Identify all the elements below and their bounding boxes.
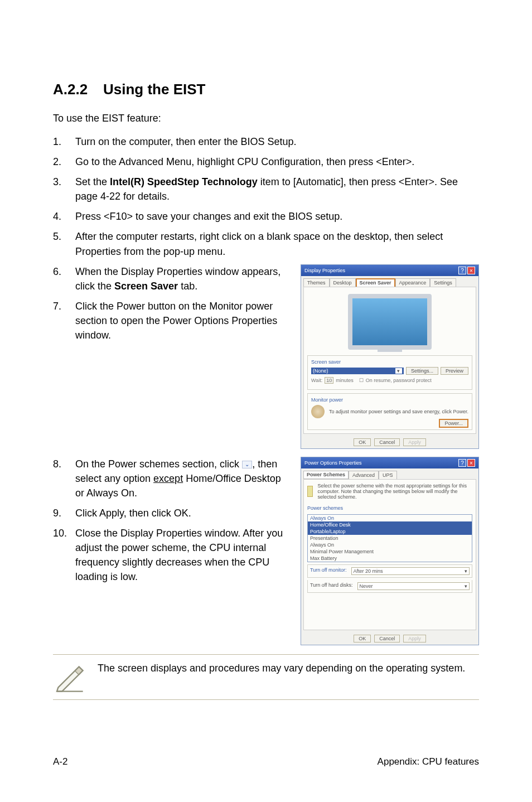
step-number: 1. <box>53 134 75 149</box>
step-number: 7. <box>53 299 75 342</box>
tab-strip: Power Schemes Advanced UPS <box>301 468 478 479</box>
scheme-option[interactable]: Presentation <box>308 535 472 542</box>
step-number: 4. <box>53 209 75 224</box>
step-text: Go to the Advanced Menu, highlight CPU C… <box>75 154 479 169</box>
note-text: The screen displays and procedures may v… <box>98 661 465 675</box>
resume-label: On resume, password protect <box>366 378 432 383</box>
help-icon[interactable]: ? <box>458 267 466 274</box>
intro-text: To use the EIST feature: <box>53 113 479 124</box>
page-number: A-2 <box>53 756 67 767</box>
group-monitor-power: Monitor power <box>311 397 468 403</box>
dialog-title: Display Properties <box>304 268 345 273</box>
wait-label: Wait: <box>311 378 322 383</box>
turn-off-monitor-select[interactable]: After 20 mins▾ <box>351 567 470 575</box>
step-text: After the computer restarts, right click… <box>75 229 479 258</box>
step-number: 2. <box>53 154 75 169</box>
tab-advanced[interactable]: Advanced <box>349 471 379 479</box>
section-title: Using the EIST <box>103 81 205 98</box>
turn-off-monitor-label: Turn off monitor: <box>310 567 347 575</box>
dialog-titlebar: Display Properties ?× <box>301 265 478 276</box>
step-number: 8. <box>53 457 75 500</box>
section-number: A.2.2 <box>53 81 103 98</box>
chevron-down-icon: ▾ <box>465 568 467 574</box>
minutes-label: minutes <box>336 378 354 383</box>
chevron-down-icon: ▾ <box>465 583 467 589</box>
step-number: 9. <box>53 506 75 520</box>
tab-appearance[interactable]: Appearance <box>395 278 431 287</box>
screensaver-select[interactable]: (None)▾ <box>311 368 404 374</box>
section-heading: A.2.2Using the EIST <box>53 81 479 98</box>
tab-settings[interactable]: Settings <box>430 278 456 287</box>
tab-screen-saver[interactable]: Screen Saver <box>356 278 395 287</box>
wait-value[interactable]: 10 <box>325 377 333 384</box>
step-text: Close the Display Properties window. Aft… <box>75 526 289 584</box>
help-icon[interactable]: ? <box>458 459 466 467</box>
apply-button[interactable]: Apply <box>403 635 426 642</box>
step-text: Press <F10> to save your changes and exi… <box>75 209 479 224</box>
turn-off-hard-disks-label: Turn off hard disks: <box>310 582 353 590</box>
ok-button[interactable]: OK <box>354 438 371 446</box>
settings-button[interactable]: Settings... <box>406 367 438 375</box>
scheme-option[interactable]: Always On <box>308 542 472 548</box>
step-number: 5. <box>53 229 75 258</box>
tab-desktop[interactable]: Desktop <box>330 278 356 287</box>
apply-button[interactable]: Apply <box>403 438 426 446</box>
preview-button[interactable]: Preview <box>441 367 468 375</box>
scheme-option[interactable]: Portable/Laptop <box>308 528 472 535</box>
group-power-schemes: Power schemes <box>307 503 472 512</box>
display-properties-dialog: Display Properties ?× Themes Desktop Scr… <box>301 264 479 449</box>
scheme-option[interactable]: Home/Office Desk <box>308 521 472 528</box>
cancel-button[interactable]: Cancel <box>374 635 400 642</box>
step-number: 3. <box>53 175 75 204</box>
tab-strip: Themes Desktop Screen Saver Appearance S… <box>301 276 478 287</box>
tab-power-schemes[interactable]: Power Schemes <box>303 471 349 479</box>
chevron-down-icon: ▾ <box>395 368 402 374</box>
turn-off-hard-disks-select[interactable]: Never▾ <box>357 582 470 590</box>
pencil-icon <box>53 661 84 693</box>
power-button[interactable]: Power... <box>439 419 468 428</box>
power-schemes-dropdown[interactable]: Always On Home/Office Desk Portable/Lapt… <box>307 514 472 562</box>
ok-button[interactable]: OK <box>354 635 371 642</box>
step-text: Click Apply, then click OK. <box>75 506 289 520</box>
dialog-titlebar: Power Options Properties ?× <box>301 457 478 468</box>
scheme-option[interactable]: Minimal Power Management <box>308 548 472 555</box>
step-text: Click the Power button on the Monitor po… <box>75 299 289 342</box>
note-box: The screen displays and procedures may v… <box>53 654 479 700</box>
step-number: 6. <box>53 264 75 293</box>
scheme-option[interactable]: Max Battery <box>308 555 472 562</box>
monitor-preview <box>348 294 432 350</box>
step-text: When the Display Properties window appea… <box>75 264 289 293</box>
tab-themes[interactable]: Themes <box>303 278 330 287</box>
close-icon[interactable]: × <box>467 459 475 467</box>
page-section: Appendix: CPU features <box>378 756 479 767</box>
dialog-title: Power Options Properties <box>304 460 362 466</box>
cancel-button[interactable]: Cancel <box>374 438 400 446</box>
monitor-power-text: To adjust monitor power settings and sav… <box>329 409 468 414</box>
group-screen-saver: Screen saver <box>311 359 468 365</box>
step-text: Set the Intel(R) SpeedStep Technology it… <box>75 175 479 204</box>
power-schemes-description: Select the power scheme with the most ap… <box>317 483 472 500</box>
step-number: 10. <box>53 526 75 584</box>
plug-icon <box>307 486 313 497</box>
step-text: Turn on the computer, then enter the BIO… <box>75 134 479 149</box>
tab-ups[interactable]: UPS <box>379 471 397 479</box>
scheme-current: Always On <box>308 515 472 521</box>
step-text: On the Power schemes section, click ⌄, t… <box>75 457 289 500</box>
chevron-down-icon: ⌄ <box>242 461 252 468</box>
close-icon[interactable]: × <box>467 267 475 274</box>
power-icon <box>311 405 325 418</box>
power-options-dialog: Power Options Properties ?× Power Scheme… <box>301 457 479 645</box>
